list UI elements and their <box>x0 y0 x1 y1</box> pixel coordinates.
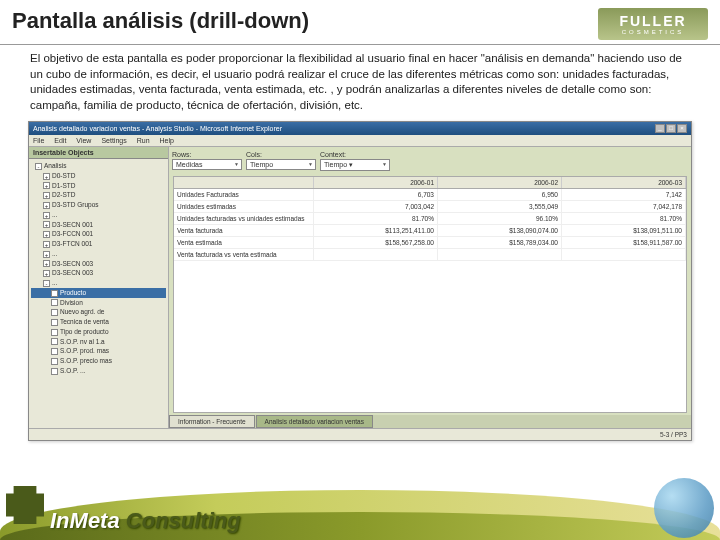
tree-item[interactable]: +D3-SECN 003 <box>31 268 166 278</box>
fuller-sub: COSMETICS <box>622 29 685 35</box>
close-icon[interactable]: × <box>677 124 687 133</box>
tree-item[interactable]: +D3-SECN 003 <box>31 259 166 269</box>
window-title-text: Analisis detallado variacion ventas - An… <box>33 125 282 132</box>
main-panel: Rows: Medidas Cols: Tiempo Context: Tiem… <box>169 147 691 428</box>
tab[interactable]: Information - Frecuente <box>169 415 255 428</box>
table-row[interactable]: Venta facturada$113,251,411.00$138,090,0… <box>174 225 686 237</box>
tree-item[interactable]: Nuevo agrd. de <box>31 307 166 317</box>
tree-item[interactable]: +D2-STD <box>31 190 166 200</box>
col-header[interactable]: 2006-02 <box>438 177 562 188</box>
sidebar-header: Insertable Objects <box>29 147 168 159</box>
cols-label: Cols: <box>246 150 316 158</box>
slide-description: El objetivo de esta pantalla es poder pr… <box>0 45 720 117</box>
tree-item[interactable]: +... <box>31 249 166 259</box>
filter-bar: Rows: Medidas Cols: Tiempo Context: Tiem… <box>169 147 691 174</box>
tree-item[interactable]: +D3-STD Grupos <box>31 200 166 210</box>
tree-item[interactable]: Producto <box>31 288 166 298</box>
tree-item[interactable]: +D3-SECN 001 <box>31 220 166 230</box>
rows-dropdown[interactable]: Medidas <box>172 159 242 170</box>
fuller-brand: FULLER <box>619 13 686 29</box>
inmeta-logo: InMeta Consulting <box>50 508 241 534</box>
fuller-logo: FULLER COSMETICS <box>598 8 708 40</box>
tab[interactable]: Analisis detallado variacion ventas <box>256 415 373 428</box>
cols-dropdown[interactable]: Tiempo <box>246 159 316 170</box>
menu-view[interactable]: View <box>76 137 91 144</box>
status-bar: 5-3 / PP3 <box>29 428 691 440</box>
context-dropdown[interactable]: Tiempo ▾ <box>320 159 390 171</box>
globe-icon <box>654 478 714 538</box>
menu-edit[interactable]: Edit <box>54 137 66 144</box>
menu-bar: FileEditViewSettingsRunHelp <box>29 135 691 147</box>
tree-item[interactable]: S.O.P. prod. mas <box>31 346 166 356</box>
data-grid[interactable]: 2006-012006-022006-03 Unidades Facturada… <box>173 176 687 413</box>
tree-item[interactable]: Tipo de producto <box>31 327 166 337</box>
col-header[interactable] <box>174 177 314 188</box>
tree-item[interactable]: +D1-STD <box>31 181 166 191</box>
tree-item[interactable]: +... <box>31 210 166 220</box>
tree-item[interactable]: S.O.P. nv al 1.a <box>31 337 166 347</box>
menu-help[interactable]: Help <box>160 137 174 144</box>
minimize-icon[interactable]: _ <box>655 124 665 133</box>
col-header[interactable]: 2006-01 <box>314 177 438 188</box>
table-row[interactable]: Venta estimada$158,567,258.00$158,789,03… <box>174 237 686 249</box>
window-buttons: _ □ × <box>655 124 687 133</box>
status-right: 5-3 / PP3 <box>660 431 687 438</box>
tree-item[interactable]: +D3-FCCN 001 <box>31 229 166 239</box>
tree-item[interactable]: +D0-STD <box>31 171 166 181</box>
tree-item[interactable]: S.O.P. ... <box>31 366 166 376</box>
menu-settings[interactable]: Settings <box>101 137 126 144</box>
tree-item[interactable]: Tecnica de venta <box>31 317 166 327</box>
tree-item[interactable]: +D3-FTCN 001 <box>31 239 166 249</box>
tree-item[interactable]: -Analisis <box>31 161 166 171</box>
tab-strip: Information - FrecuenteAnalisis detallad… <box>169 415 691 428</box>
menu-file[interactable]: File <box>33 137 44 144</box>
table-row[interactable]: Unidades estimadas7,003,0423,555,0497,04… <box>174 201 686 213</box>
table-row[interactable]: Venta facturada vs venta estimada <box>174 249 686 261</box>
sidebar: Insertable Objects -Analisis+D0-STD+D1-S… <box>29 147 169 428</box>
col-header[interactable]: 2006-03 <box>562 177 686 188</box>
tree-item[interactable]: Division <box>31 298 166 308</box>
tree-item[interactable]: -... <box>31 278 166 288</box>
object-tree[interactable]: -Analisis+D0-STD+D1-STD+D2-STD+D3-STD Gr… <box>29 159 168 428</box>
slide-footer: InMeta Consulting <box>0 470 720 540</box>
table-row[interactable]: Unidades facturadas vs unidades estimada… <box>174 213 686 225</box>
context-label: Context: <box>320 150 390 158</box>
rows-label: Rows: <box>172 150 242 158</box>
window-titlebar: Analisis detallado variacion ventas - An… <box>29 122 691 135</box>
table-row[interactable]: Unidades Facturadas6,7036,9507,142 <box>174 189 686 201</box>
app-screenshot: Analisis detallado variacion ventas - An… <box>28 121 692 441</box>
slide-title: Pantalla análisis (drill-down) <box>12 8 309 34</box>
tree-item[interactable]: S.O.P. precio mas <box>31 356 166 366</box>
maximize-icon[interactable]: □ <box>666 124 676 133</box>
menu-run[interactable]: Run <box>137 137 150 144</box>
